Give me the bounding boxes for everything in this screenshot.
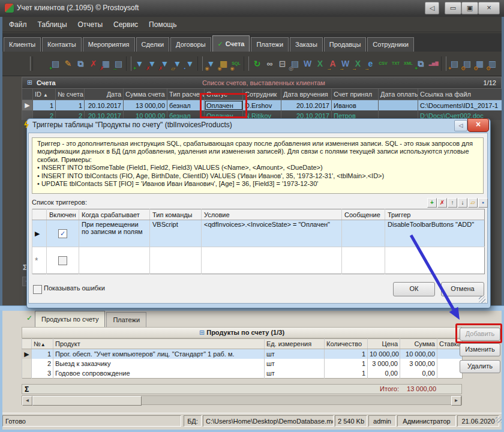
horizontal-scrollbar[interactable]: ◄ ► <box>22 395 462 405</box>
tab-events[interactable]: Мероприятия <box>83 37 135 52</box>
menu-bar: Файл Таблицы Отчеты Сервис Помощь <box>0 17 504 32</box>
table-settings-icon[interactable]: ▦⚙ <box>473 56 486 71</box>
sql-view-icon[interactable]: SQL◉ <box>230 56 242 71</box>
print-icon[interactable]: ⊟ <box>276 56 289 71</box>
tab-invoice-products[interactable]: Продукты по счету <box>35 311 105 327</box>
app-icon <box>5 4 14 13</box>
form-settings-icon[interactable]: ▥⚙ <box>486 56 499 71</box>
status-user: admin <box>368 415 396 427</box>
dialog-collapse-button[interactable]: ◁ <box>454 120 467 131</box>
products-summary-row: Σ Итого: 13 000,00 <box>22 384 462 394</box>
table-row[interactable]: ▶ 1 1 20.10.2017 13 000,00 безнал Оплаче… <box>22 100 502 111</box>
open-excel-icon[interactable]: X <box>314 56 326 71</box>
toolbar-separator <box>126 56 131 71</box>
products-table: №▲ Продукт Ед. измерения Количество Цена… <box>22 338 463 379</box>
window-border-right <box>502 17 504 310</box>
export-html-icon[interactable]: e→ <box>364 56 377 71</box>
tab-payments[interactable]: Платежи <box>251 37 289 52</box>
menu-help[interactable]: Помощь <box>143 17 182 32</box>
delete-record-icon[interactable]: ✗ <box>87 56 100 71</box>
filter-load-icon[interactable]: ▼▱ <box>171 56 184 71</box>
search-icon[interactable]: ∞ <box>263 56 276 71</box>
export-excel-icon[interactable]: X→ <box>352 56 364 71</box>
filter-save-icon[interactable]: ▼▪ <box>184 56 196 71</box>
table-icon: ⊞ <box>27 79 32 86</box>
scroll-left-arrow[interactable]: ◄ <box>22 396 32 406</box>
filter-remove-icon[interactable]: ▼✗ <box>146 56 158 71</box>
export-report-icon[interactable]: A→ <box>326 56 339 71</box>
tab-deals[interactable]: Сделки <box>136 37 170 52</box>
dialog-close-button[interactable]: × <box>467 118 489 132</box>
filter-view-icon[interactable]: ▼◉ <box>205 56 217 71</box>
invoices-table: ID ▲ № счета Дата Сумма счета Тип расчет… <box>22 89 502 121</box>
delete-trigger-icon[interactable]: ✗ <box>437 198 447 208</box>
preview-icon[interactable]: ▤◎ <box>289 56 301 71</box>
table-row[interactable]: 3 Годовое сопровождение шт 1 0,00 0,00 <box>22 368 463 379</box>
status-db-path: C:\Users\Home\Desktop\DemoDatabase.mdb <box>203 415 334 427</box>
collapse-window-button[interactable]: ◁ <box>425 2 439 14</box>
copy-table-icon[interactable]: ⧉+ <box>415 56 427 71</box>
clear-table-icon[interactable]: ▦✗ <box>100 56 112 71</box>
add-trigger-icon[interactable]: + <box>427 198 437 208</box>
subtables-view-icon[interactable]: ▦◉ <box>217 56 230 71</box>
filter-remove-all-icon[interactable]: ▼✗ <box>158 56 171 71</box>
triggers-header-row: Включен Когда срабатывает Тип команды Ус… <box>32 209 485 220</box>
enabled-checkbox[interactable] <box>58 256 67 265</box>
show-errors-checkbox[interactable] <box>33 285 42 294</box>
invoices-header-row: ID ▲ № счета Дата Сумма счета Тип расчет… <box>22 89 502 100</box>
table-row[interactable]: ▶ 1 Прог. обесп. "Учет компьютеров" лиц.… <box>22 349 463 359</box>
status-bar: Готово БД: C:\Users\Home\Desktop\DemoDat… <box>0 413 504 430</box>
add-linked-record-icon[interactable]: ▤+ <box>448 56 461 71</box>
table-row[interactable]: 2 Выезд к заказчику шт 1 3 000,00 3 000,… <box>22 359 463 368</box>
tab-employees[interactable]: Сотрудники <box>367 37 414 52</box>
export-xml-icon[interactable]: XML <box>402 56 415 71</box>
new-record-icon[interactable]: ▤+ <box>49 56 62 71</box>
minimize-button[interactable]: ▭ <box>445 2 461 14</box>
annotation-arrow <box>384 231 492 327</box>
close-button[interactable]: × <box>478 2 500 14</box>
tab-invoices[interactable]: ✓Счета <box>212 35 250 52</box>
filter-add-icon[interactable]: ▼+ <box>133 56 146 71</box>
export-csv-icon[interactable]: CSV <box>377 56 389 71</box>
enabled-checkbox[interactable]: ✓ <box>58 229 67 238</box>
window-border-left <box>0 310 2 430</box>
refresh-icon[interactable]: ↻ <box>251 56 263 71</box>
open-folder-icon[interactable]: ▱ <box>468 198 478 208</box>
check-icon: ✓ <box>26 314 32 322</box>
menu-tables[interactable]: Таблицы <box>32 17 73 32</box>
tab-orders[interactable]: Заказы <box>290 37 323 52</box>
trigger-help-text: Триггер - это дополнительная инструкция … <box>32 137 484 194</box>
menu-service[interactable]: Сервис <box>108 17 143 32</box>
tab-contacts[interactable]: Контакты <box>42 37 82 52</box>
maximize-button[interactable]: ▣ <box>461 2 478 14</box>
scroll-right-arrow[interactable]: ► <box>451 396 461 406</box>
menu-reports[interactable]: Отчеты <box>73 17 108 32</box>
move-down-icon[interactable]: ↓ <box>458 198 467 208</box>
menu-file[interactable]: Файл <box>4 17 32 32</box>
tab-invoice-payments[interactable]: Платежи <box>106 312 146 327</box>
invoices-caption: Счета <box>37 79 56 86</box>
annotation-rectangle-status <box>200 93 247 118</box>
edit-button[interactable]: Изменить <box>460 343 500 356</box>
show-errors-label: Показывать ошибки <box>44 284 105 292</box>
move-up-icon[interactable]: ↑ <box>448 198 457 208</box>
open-word-icon[interactable]: W <box>301 56 314 71</box>
copy-record-icon[interactable]: ⧉ <box>74 56 87 71</box>
export-txt-icon[interactable]: TXT <box>389 56 402 71</box>
record-settings-icon[interactable]: ▤⚙ <box>461 56 473 71</box>
save-icon[interactable]: ▪ <box>478 198 488 208</box>
export-record-icon[interactable]: ▤→ <box>112 56 125 71</box>
toolbar-separator <box>197 56 203 71</box>
edit-record-icon[interactable]: ✎ <box>62 56 74 71</box>
tab-contracts[interactable]: Договоры <box>170 37 211 52</box>
tab-sellers[interactable]: Продавцы <box>324 37 367 52</box>
check-icon: ✓ <box>218 40 223 47</box>
chart-icon[interactable]: ▂▅▇ <box>427 56 440 71</box>
export-word-icon[interactable]: W→ <box>339 56 352 71</box>
sort-asc-icon: ▲ <box>43 92 48 98</box>
tab-clients[interactable]: Клиенты <box>4 37 41 52</box>
scrollbar-thumb[interactable] <box>32 396 142 406</box>
window-resize-grip[interactable] <box>496 417 502 423</box>
trigger-list-label: Список триггеров: <box>32 199 87 206</box>
delete-button[interactable]: Удалить <box>460 360 500 373</box>
